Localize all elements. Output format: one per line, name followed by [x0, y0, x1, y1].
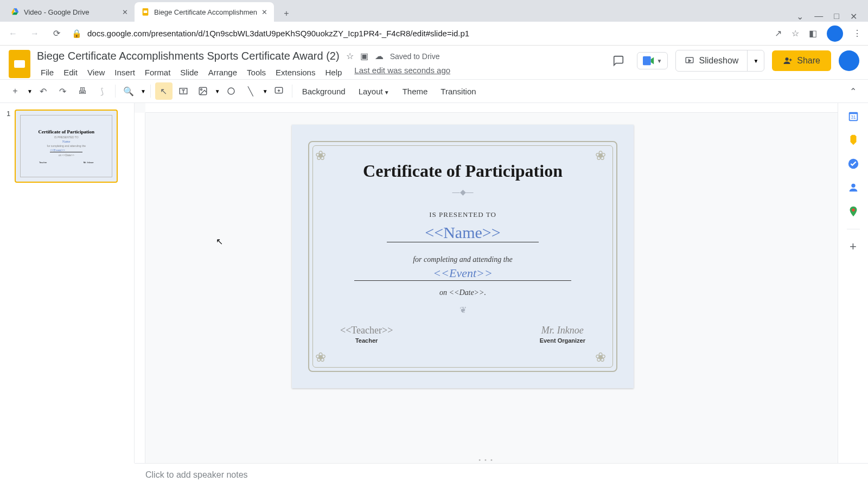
- sidepanel-icon[interactable]: ◧: [809, 28, 817, 38]
- svg-point-8: [228, 88, 234, 94]
- slides-logo-icon[interactable]: [9, 50, 30, 78]
- new-tab-button[interactable]: +: [278, 5, 295, 22]
- reload-button[interactable]: ⟳: [50, 28, 63, 38]
- share-button[interactable]: Share: [772, 50, 831, 71]
- chrome-menu-icon[interactable]: ⋮: [853, 28, 861, 38]
- zoom-button[interactable]: 🔍: [120, 82, 137, 100]
- slide-thumbnail-1[interactable]: Certificate of Participation IS PRESENTE…: [15, 110, 118, 183]
- sig1-name: <<Teacher>>: [340, 325, 393, 336]
- undo-button[interactable]: ↶: [35, 82, 52, 100]
- menu-slide[interactable]: Slide: [176, 66, 202, 79]
- event-placeholder: <<Event>>: [433, 266, 492, 280]
- menu-tools[interactable]: Tools: [243, 66, 270, 79]
- maps-icon[interactable]: [847, 205, 860, 218]
- corner-flourish-icon: ❀: [595, 350, 610, 365]
- collapse-toolbar-icon[interactable]: ⌃: [844, 82, 861, 100]
- slide-number: 1: [7, 110, 10, 183]
- comments-icon[interactable]: [608, 50, 629, 72]
- event-field[interactable]: <<Event>>: [354, 266, 571, 281]
- url-field[interactable]: 🔒 docs.google.com/presentation/d/1Qn9scb…: [72, 29, 766, 38]
- signature-right[interactable]: Mr. Inknoe Event Organizer: [540, 325, 585, 344]
- menu-file[interactable]: File: [37, 66, 58, 79]
- main-area: 1 Certificate of Participation IS PRESEN…: [0, 103, 868, 463]
- keep-icon[interactable]: [847, 133, 860, 146]
- paint-format-button[interactable]: ⟆: [93, 82, 111, 100]
- maximize-icon[interactable]: □: [834, 11, 839, 22]
- window-controls: ⌄ — □ ✕: [796, 11, 864, 22]
- line-tool[interactable]: ╲: [242, 82, 259, 100]
- close-tab-icon[interactable]: ✕: [261, 8, 267, 16]
- line-dropdown[interactable]: ▼: [263, 88, 268, 94]
- notes-drag-handle[interactable]: • • •: [478, 457, 494, 463]
- svg-point-15: [852, 209, 855, 212]
- move-icon[interactable]: ▣: [360, 51, 368, 61]
- menu-view[interactable]: View: [84, 66, 108, 79]
- name-field[interactable]: <<Name>>: [387, 223, 539, 242]
- tasks-icon[interactable]: [847, 157, 860, 170]
- image-dropdown[interactable]: ▼: [215, 88, 220, 94]
- star-icon[interactable]: ☆: [346, 51, 354, 61]
- browser-tab-drive[interactable]: Video - Google Drive ✕: [4, 2, 135, 22]
- svg-point-14: [851, 184, 855, 188]
- signatures-row: <<Teacher>> Teacher Mr. Inknoe Event Org…: [329, 325, 596, 344]
- canvas-area[interactable]: ↖ ❀ ❀ ❀ ❀ Certificate of Participation —…: [135, 103, 838, 463]
- close-window-icon[interactable]: ✕: [850, 11, 857, 22]
- last-edit-link[interactable]: Last edit was seconds ago: [354, 66, 450, 79]
- menu-arrange[interactable]: Arrange: [205, 66, 241, 79]
- minimize-icon[interactable]: —: [814, 11, 823, 22]
- background-button[interactable]: Background: [297, 84, 351, 99]
- sig2-role: Event Organizer: [540, 337, 585, 344]
- add-addon-icon[interactable]: +: [847, 240, 860, 253]
- print-button[interactable]: 🖶: [74, 82, 91, 100]
- menu-insert[interactable]: Insert: [111, 66, 139, 79]
- new-slide-button[interactable]: +: [7, 82, 24, 100]
- sig1-role: Teacher: [340, 337, 393, 344]
- theme-button[interactable]: Theme: [397, 84, 433, 99]
- textbox-tool[interactable]: [175, 82, 192, 100]
- contacts-icon[interactable]: [847, 181, 860, 194]
- tab-search-icon[interactable]: ⌄: [796, 11, 803, 22]
- date-text[interactable]: on <<Date>>.: [439, 288, 486, 297]
- google-account-avatar[interactable]: [839, 50, 859, 71]
- select-tool[interactable]: ↖: [155, 82, 173, 100]
- comment-tool[interactable]: [270, 82, 288, 100]
- slide-canvas[interactable]: ❀ ❀ ❀ ❀ Certificate of Participation —◆—…: [292, 125, 634, 388]
- menu-format[interactable]: Format: [141, 66, 175, 79]
- slides-icon: [141, 8, 150, 16]
- horizontal-ruler: [145, 103, 838, 113]
- browser-tab-slides[interactable]: Biege Certificate Accomplishmen ✕: [135, 2, 274, 22]
- menu-help[interactable]: Help: [321, 66, 346, 79]
- speaker-notes[interactable]: Click to add speaker notes: [135, 463, 868, 488]
- menu-extensions[interactable]: Extensions: [272, 66, 319, 79]
- signature-left[interactable]: <<Teacher>> Teacher: [340, 325, 393, 344]
- new-slide-dropdown[interactable]: ▼: [27, 88, 33, 94]
- share-person-icon: [783, 56, 793, 66]
- chrome-profile-avatar[interactable]: [827, 25, 843, 42]
- zoom-dropdown[interactable]: ▼: [141, 88, 146, 94]
- document-title[interactable]: Biege Certificate Accomplishments Sports…: [37, 50, 340, 62]
- close-tab-icon[interactable]: ✕: [122, 8, 128, 16]
- shape-tool[interactable]: [222, 82, 240, 100]
- layout-button[interactable]: Layout▼: [353, 84, 395, 99]
- back-button[interactable]: ←: [7, 29, 20, 38]
- for-text[interactable]: for completing and attending the: [413, 255, 513, 264]
- slide-panel: 1 Certificate of Participation IS PRESEN…: [0, 103, 135, 463]
- forward-button[interactable]: →: [28, 29, 41, 38]
- presented-to-text[interactable]: IS PRESENTED TO: [429, 210, 496, 219]
- slideshow-button[interactable]: Slideshow: [676, 50, 747, 71]
- share-page-icon[interactable]: ↗: [775, 28, 782, 38]
- meet-icon: [643, 56, 655, 66]
- transition-button[interactable]: Transition: [435, 84, 481, 99]
- cloud-icon[interactable]: ☁: [375, 51, 384, 61]
- calendar-icon[interactable]: 31: [847, 110, 860, 123]
- browser-tab-bar: Video - Google Drive ✕ Biege Certificate…: [0, 0, 868, 22]
- certificate-title[interactable]: Certificate of Participation: [363, 161, 563, 181]
- share-label: Share: [797, 56, 820, 66]
- image-tool[interactable]: [194, 82, 212, 100]
- meet-button[interactable]: ▼: [637, 52, 668, 69]
- redo-button[interactable]: ↷: [54, 82, 72, 100]
- flourish-icon: ❦: [459, 305, 467, 315]
- menu-edit[interactable]: Edit: [60, 66, 81, 79]
- bookmark-icon[interactable]: ☆: [792, 28, 799, 38]
- slideshow-dropdown[interactable]: ▼: [747, 50, 764, 71]
